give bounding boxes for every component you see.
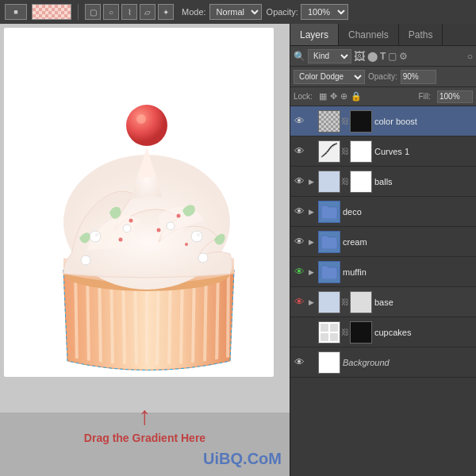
lock-label: Lock: <box>294 92 313 101</box>
watermark: UiBQ.CoM <box>203 450 282 468</box>
toolbar: ■ ▢ ○ ⌇ ▱ ✦ Mode: Normal Opacity: 100% <box>0 0 476 24</box>
layers-panel: Layers Channels Paths 🔍 Kind 🖼 ⬤ T ▢ ⚙ ○ <box>290 24 476 476</box>
expand-icon[interactable] <box>306 328 316 337</box>
svg-rect-37 <box>321 324 328 332</box>
canvas-area[interactable]: ↑ Drag the Gradient Here UiBQ.CoM <box>0 24 290 476</box>
svg-point-22 <box>95 233 98 236</box>
opacity-input[interactable] <box>401 70 436 84</box>
fill-input[interactable] <box>437 90 473 103</box>
eye-icon[interactable]: 👁 <box>292 355 306 370</box>
svg-point-29 <box>129 219 133 223</box>
tab-channels[interactable]: Channels <box>339 24 399 45</box>
expand-icon[interactable]: ▶ <box>306 237 316 247</box>
ellipse-tool[interactable]: ○ <box>103 4 119 20</box>
layer-name: cream <box>343 237 474 247</box>
eye-icon[interactable]: 👁 <box>292 235 306 249</box>
filter-icon-sm[interactable]: ⚙ <box>399 51 408 62</box>
up-arrow-icon: ↑ <box>138 403 151 428</box>
lock-checkerboard-icon[interactable]: ▦ <box>319 91 327 102</box>
drag-label: Drag the Gradient Here <box>84 432 205 444</box>
eye-icon[interactable] <box>292 325 306 340</box>
svg-point-21 <box>90 231 101 242</box>
eye-icon[interactable]: 👁 <box>292 295 306 309</box>
svg-point-26 <box>198 253 208 263</box>
svg-rect-40 <box>330 333 338 341</box>
layer-thumbs <box>318 351 340 374</box>
expand-icon[interactable] <box>306 358 316 367</box>
layer-row[interactable]: 👁 Background <box>290 347 476 378</box>
layer-name: color boost <box>374 117 474 126</box>
eye-icon[interactable]: 👁 <box>292 205 306 219</box>
magic-tool[interactable]: ✦ <box>158 4 174 20</box>
chain-icon: ⛓ <box>341 171 349 193</box>
eye-icon[interactable]: 👁 <box>292 265 306 279</box>
layer-thumb-main <box>318 140 340 163</box>
layer-name: balls <box>374 177 474 186</box>
layer-thumbs: ⛓ <box>318 291 372 313</box>
layer-thumb-main <box>318 321 340 344</box>
expand-icon[interactable] <box>306 147 316 156</box>
layer-thumbs: ⛓ <box>318 140 372 163</box>
blend-mode-row: Color Dodge Opacity: <box>290 67 476 87</box>
filter-icon-img[interactable]: 🖼 <box>354 50 365 63</box>
layer-thumbs <box>318 201 340 223</box>
opacity-select[interactable]: 100% <box>301 4 348 20</box>
drag-instruction: ↑ Drag the Gradient Here <box>84 403 205 444</box>
expand-icon[interactable]: ▶ <box>306 298 316 307</box>
layer-thumbs: ⛓ <box>318 110 372 132</box>
lasso-tool[interactable]: ⌇ <box>121 4 137 20</box>
filter-icon-adj[interactable]: ⬤ <box>367 51 378 62</box>
filter-icon-shape[interactable]: ▢ <box>388 51 397 62</box>
expand-icon[interactable] <box>306 117 316 126</box>
layer-thumb-main <box>318 171 340 193</box>
lock-icons: ▦ ✥ ⊕ 🔒 <box>319 91 362 102</box>
chain-icon: ⛓ <box>341 110 349 132</box>
lock-all-icon[interactable]: 🔒 <box>351 91 362 102</box>
svg-point-31 <box>177 214 181 218</box>
layer-thumb-main <box>318 291 340 313</box>
blend-mode-select[interactable]: Color Dodge <box>294 70 365 84</box>
separator <box>78 4 79 20</box>
lock-move-icon[interactable]: ✥ <box>330 91 337 102</box>
layer-row[interactable]: 👁 ▶ muffin <box>290 257 476 287</box>
tab-paths[interactable]: Paths <box>399 24 443 45</box>
tab-layers[interactable]: Layers <box>290 24 339 45</box>
layer-row[interactable]: 👁 ⛓ Curves 1 <box>290 136 476 167</box>
svg-rect-38 <box>330 324 338 332</box>
chain-icon: ⛓ <box>341 321 349 344</box>
expand-icon[interactable]: ▶ <box>306 267 316 277</box>
expand-icon[interactable]: ▶ <box>306 207 316 217</box>
layer-row[interactable]: 👁 ⛓ color boost <box>290 106 476 136</box>
panel-tabs: Layers Channels Paths <box>290 24 476 46</box>
layer-thumb-folder <box>318 261 340 283</box>
filter-toggle[interactable]: ○ <box>467 51 473 62</box>
poly-tool[interactable]: ▱ <box>140 4 155 20</box>
layer-thumb-tool[interactable]: ■ <box>5 4 27 20</box>
cupcake-illustration <box>0 24 290 413</box>
layer-row[interactable]: 👁 ▶ ⛓ balls <box>290 167 476 197</box>
rect-tool[interactable]: ▢ <box>85 4 101 20</box>
layer-row[interactable]: 👁 ▶ ⛓ base <box>290 287 476 317</box>
layer-mask-thumb <box>350 140 372 163</box>
lock-position-icon[interactable]: ⊕ <box>340 91 347 102</box>
expand-icon[interactable]: ▶ <box>306 177 316 186</box>
layer-thumbs: ⛓ <box>318 171 372 193</box>
layers-list: 👁 ⛓ color boost 👁 <box>290 106 476 476</box>
eye-icon[interactable]: 👁 <box>292 114 306 129</box>
layer-row[interactable]: 👁 ▶ cream <box>290 227 476 257</box>
eye-icon[interactable]: 👁 <box>292 175 306 189</box>
layer-row[interactable]: ⛓ cupcakes <box>290 317 476 347</box>
color-swatch[interactable] <box>32 4 71 20</box>
mode-select[interactable]: Normal <box>209 4 262 20</box>
layer-thumbs <box>318 261 340 283</box>
svg-rect-39 <box>321 333 328 341</box>
filter-select[interactable]: Kind <box>308 49 351 63</box>
layer-thumbs: ⛓ <box>318 321 372 344</box>
svg-point-28 <box>167 222 175 230</box>
eye-icon[interactable]: 👁 <box>292 144 306 159</box>
layer-name: Background <box>343 358 474 367</box>
filter-icon-type[interactable]: T <box>380 51 386 62</box>
svg-point-20 <box>136 114 146 124</box>
layer-row[interactable]: 👁 ▶ deco <box>290 197 476 227</box>
layer-name: cupcakes <box>374 328 474 337</box>
